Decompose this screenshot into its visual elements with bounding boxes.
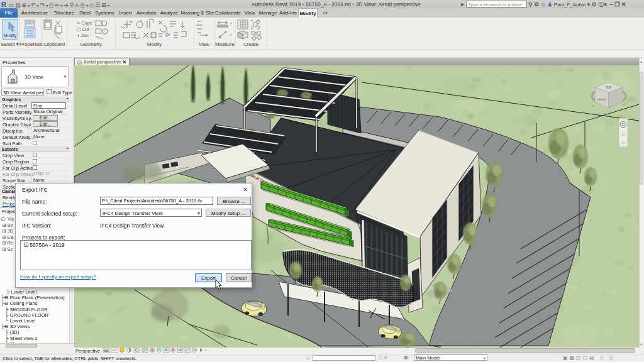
svg-text:·: · xyxy=(230,21,232,26)
svg-text:▢ Cut ·: ▢ Cut · xyxy=(77,27,92,31)
svg-text:FRONT: FRONT xyxy=(597,98,607,101)
svg-text:S: S xyxy=(592,104,594,107)
svg-text:✂ Cope ·: ✂ Cope · xyxy=(77,21,95,26)
svg-text:E: E xyxy=(623,103,625,106)
svg-text:·: · xyxy=(230,32,232,38)
svg-text:□: □ xyxy=(622,133,625,136)
svg-text:‹: ‹ xyxy=(205,348,207,353)
svg-text:△: △ xyxy=(622,140,625,144)
svg-text:TOP: TOP xyxy=(606,86,611,89)
svg-text:◑ Join ·: ◑ Join · xyxy=(77,33,91,38)
